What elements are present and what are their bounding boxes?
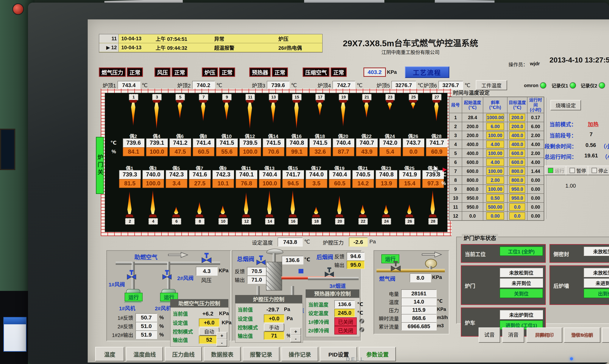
bottom-button-5[interactable]: 报警记录 xyxy=(243,347,279,361)
run-button[interactable]: 运行 xyxy=(544,166,568,175)
duct3-label: 3#烟道 xyxy=(330,282,346,289)
bottom-button-6[interactable]: 操作记录 xyxy=(281,347,318,361)
target-temp-cell[interactable]: 600.0 xyxy=(507,149,527,158)
target-temp-cell[interactable]: 400.0 xyxy=(507,140,527,149)
power-led xyxy=(570,357,573,360)
slope-cell[interactable]: 4.00 xyxy=(483,140,507,149)
alarm-row[interactable]: ▶1210-04-13上午 09:44:32超温报警26#热电偶 xyxy=(99,43,322,52)
control-setpoint[interactable]: 71 xyxy=(264,332,284,340)
table-row[interactable]: 8800.02.00800.00.00 xyxy=(449,176,544,185)
target-temp-cell[interactable]: 400.0 xyxy=(507,131,527,140)
decrement-button[interactable]: - xyxy=(216,339,227,347)
control-setpoint[interactable]: +6.0 xyxy=(199,318,219,327)
tc-temp-value: 740.5 xyxy=(352,170,374,179)
table-row[interactable]: 120.00.000.00.00 xyxy=(449,211,544,221)
burner-flame xyxy=(154,103,159,129)
system-button-1[interactable]: 试音 xyxy=(478,327,500,343)
tc-output-value: 32.6 xyxy=(309,147,331,156)
gas-row-unit: m3 xyxy=(437,323,444,328)
cabinet-red-button xyxy=(12,3,24,15)
decrement-button[interactable]: - xyxy=(290,335,301,342)
system-button-4[interactable]: [ALT+F2]登录&注销 xyxy=(564,327,600,343)
burner-nozzle xyxy=(153,100,160,103)
segment-remaining-value: 0.56 xyxy=(585,142,596,148)
door-status-title: 炉门炉车状态 xyxy=(462,234,498,242)
tc-temp-value: 742.0 xyxy=(379,138,401,147)
stop-button[interactable]: 停止 xyxy=(588,166,609,175)
setpoint-temp-unit: ℃ xyxy=(304,239,310,245)
gas-row-value: 14.0 xyxy=(401,298,437,306)
pause-button[interactable]: 暂停 xyxy=(566,166,590,175)
control-label: 输出值 xyxy=(238,332,262,339)
status-value: 正常 xyxy=(272,67,288,77)
increment-button[interactable]: + xyxy=(290,328,301,335)
system-button-5[interactable]: [Alt+F4]退出系统 xyxy=(602,327,609,343)
system-button-3[interactable]: [F10]屏幕打印 xyxy=(527,327,562,343)
slope-cell[interactable]: 2.00 xyxy=(483,176,507,185)
target-temp-cell[interactable]: 800.0 xyxy=(507,167,527,176)
output-label: 输出 xyxy=(235,276,245,284)
table-row[interactable]: 7600.0100.00800.01.44 xyxy=(449,167,544,176)
tc-output-value: 94.5 xyxy=(282,179,304,188)
furnace-top-temp: 炉顶2740.2℃ xyxy=(177,81,222,90)
table-row[interactable]: 10950.00.50950.00.00 xyxy=(449,194,544,203)
slope-cell[interactable]: 100.00 xyxy=(483,131,507,140)
control-setpoint[interactable]: 245.0 xyxy=(334,309,355,317)
table-row[interactable]: 11950.0500.000.00.00 xyxy=(449,203,544,211)
bottom-button-4[interactable]: 数据报表 xyxy=(204,347,241,361)
compressed-air-pressure-unit: KPa xyxy=(387,69,397,75)
slope-cell[interactable]: 6.00 xyxy=(483,122,507,131)
table-row[interactable]: 6600.04.00600.04.00 xyxy=(449,158,544,167)
temp-unit-label: ℃ xyxy=(110,140,117,146)
total-runtime-label: 总运行时间： xyxy=(544,153,577,160)
target-temp-cell[interactable]: 600.0 xyxy=(507,158,527,167)
table-row[interactable]: 4400.04.00400.04.00 xyxy=(449,140,544,149)
slope-cell[interactable]: 100.00 xyxy=(483,149,507,158)
gas-row-label: 瞬时流量 xyxy=(377,315,399,322)
target-temp-cell[interactable]: 200.0 xyxy=(507,122,527,131)
target-temp-cell[interactable]: 0.0 xyxy=(507,211,527,221)
table-row[interactable]: 2200.06.00200.06.00 xyxy=(449,122,544,131)
bottom-button-2[interactable]: 温度曲线 xyxy=(126,347,163,361)
target-temp-cell[interactable]: 950.0 xyxy=(507,194,527,203)
control-setpoint[interactable]: +0.0 xyxy=(264,314,284,323)
status-item: 风压正常 xyxy=(155,67,188,77)
control-mode-button[interactable]: 手动 xyxy=(264,323,284,332)
slope-cell[interactable]: 0.50 xyxy=(483,194,507,203)
slope-cell[interactable]: 4.00 xyxy=(483,158,507,167)
target-temp-cell[interactable]: 950.0 xyxy=(507,185,527,194)
slope-cell[interactable]: 1000.00 xyxy=(483,113,507,122)
runtime-cell: 4.00 xyxy=(527,158,544,167)
furnace-top-temp: 炉顶1743.4℃ xyxy=(103,81,147,90)
burner-nozzle xyxy=(199,100,207,103)
increment-button[interactable]: + xyxy=(216,332,227,339)
slope-cell[interactable]: 100.00 xyxy=(483,185,507,194)
alarm-row[interactable]: 1110-04-13上午 07:54:51异常炉压 xyxy=(99,34,322,43)
table-row[interactable]: 3200.0100.00400.02.00 xyxy=(449,131,544,140)
door-state-active: 关到位 xyxy=(500,289,543,298)
process-flow-button[interactable]: 工艺流程 xyxy=(405,66,449,78)
table-row[interactable]: 9800.0100.00950.00.00 xyxy=(449,185,544,194)
table-row[interactable]: 5400.0100.00600.02.00 xyxy=(449,149,544,158)
slope-cell[interactable]: 100.00 xyxy=(483,167,507,176)
runtime-cell: 0.00 xyxy=(527,176,544,185)
tc-temp-value: 741.7 xyxy=(426,138,447,147)
system-button-2[interactable]: 消音 xyxy=(502,327,524,343)
chamber-pressure-control-row: 输出值71% xyxy=(238,332,291,340)
burner-settings-button[interactable]: 烧嘴设定 xyxy=(550,100,581,110)
target-temp-cell[interactable]: 800.0 xyxy=(507,176,527,185)
slope-cell[interactable]: 0.00 xyxy=(483,211,507,221)
bottom-button-1[interactable]: 温度 xyxy=(95,347,124,361)
target-temp-cell[interactable]: 0.0 xyxy=(507,203,527,211)
burner-flame xyxy=(430,190,436,214)
status-label: 风压 xyxy=(155,67,171,77)
bottom-button-3[interactable]: 压力曲线 xyxy=(165,347,202,361)
fan-icon xyxy=(359,327,365,334)
slope-cell[interactable]: 500.00 xyxy=(483,203,507,211)
tc-output-value: 10.1 xyxy=(212,179,234,188)
table-row[interactable]: 128.41000.00200.00.17 xyxy=(449,113,544,122)
status-label: 预热器 xyxy=(249,67,271,77)
target-temp-cell[interactable]: 200.0 xyxy=(507,113,527,122)
furnace-top-unit: ℃ xyxy=(357,82,362,88)
air-valve1-label: 1#风阀 xyxy=(109,280,125,288)
